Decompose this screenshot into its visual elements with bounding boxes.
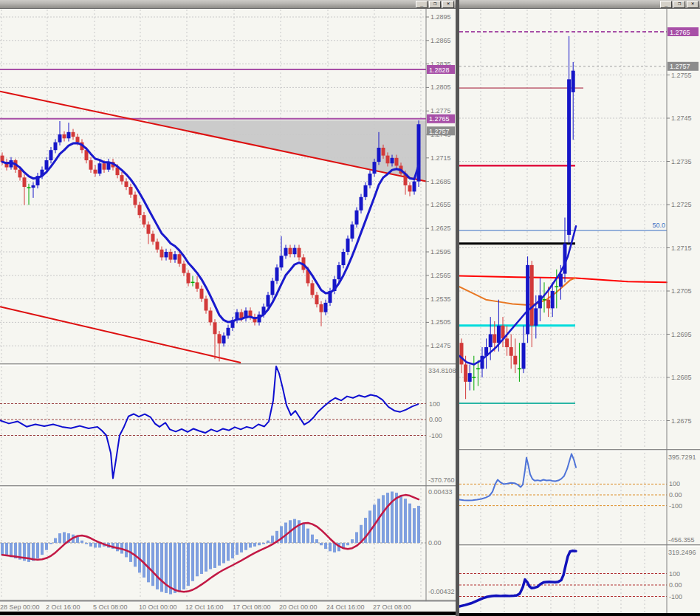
macd-bar (200, 543, 203, 574)
price-tick-label: 1.2535 (430, 295, 451, 303)
macd-bar (395, 493, 398, 543)
macd-bar (284, 523, 287, 543)
candle-body (497, 326, 501, 343)
time-tick-label: 24 Oct 16:00 (326, 603, 365, 611)
macd-bar (147, 543, 150, 582)
candle-body (23, 177, 27, 187)
indicator-level-label: 100 (669, 570, 680, 578)
macd-bar (329, 543, 332, 551)
right-title-bar[interactable]: _ ❐ ✕ (459, 0, 700, 9)
macd-bar (182, 543, 185, 589)
macd-bar (205, 543, 207, 572)
indicator-level-label: 0.00 (669, 491, 682, 499)
price-label-box: 1.2765 (668, 27, 699, 36)
price-label-box: 1.2765 (427, 114, 455, 123)
candle-body (267, 295, 270, 307)
indicator-max-label: 319.2496 (668, 549, 696, 556)
indicator-level-label: 100 (669, 480, 680, 487)
bottom-border-bar (0, 612, 456, 615)
candle-body (311, 283, 315, 295)
macd-bar (178, 543, 181, 592)
price-label-text: 1.2828 (429, 66, 450, 74)
left-chart-canvas[interactable]: 1000.00-100334.8108-370.7600.004330.00-0… (0, 0, 456, 616)
candle-body (526, 265, 529, 335)
candle-body (377, 148, 381, 162)
candle-body (160, 250, 164, 258)
price-tick-label: 1.2655 (430, 201, 451, 208)
candle-body (174, 254, 177, 259)
candle-body (289, 248, 292, 254)
candle-body (534, 308, 538, 325)
price-tick-label: 1.2745 (671, 114, 692, 122)
right-chart-group: 50.01000.00-100395.7291-456.3551000.00-1… (459, 9, 700, 616)
left-title-bar[interactable]: _ ❐ ✕ (0, 0, 456, 9)
macd-bar (222, 543, 225, 563)
macd-bar (143, 543, 145, 578)
candle-body (89, 160, 93, 170)
candle-body (368, 174, 372, 185)
macd-bar (236, 543, 239, 555)
indicator-level-label: -100 (669, 502, 682, 510)
price-tick-label: 1.2755 (671, 72, 692, 79)
candle-body (165, 252, 168, 257)
candle-body (572, 71, 575, 92)
macd-bar (413, 508, 416, 543)
macd-bar (253, 543, 256, 547)
price-tick-label: 1.2775 (430, 107, 451, 114)
time-tick-label: 12 Oct 16:00 (185, 603, 224, 611)
indicator-level-label: 0.00 (669, 581, 682, 589)
candle-body (120, 175, 124, 181)
indicator-min-label: -0.00432 (428, 588, 455, 595)
macd-bar (231, 543, 234, 558)
chart-window-right: _ ❐ ✕ 50.01000.00-100395.7291-456.355100… (459, 0, 700, 616)
macd-bar (382, 495, 385, 543)
time-tick-label: 28 Sep 00:00 (0, 603, 40, 611)
candle-body (391, 158, 394, 163)
macd-bar (258, 543, 261, 545)
price-tick-label: 1.2625 (430, 225, 451, 232)
macd-bar (311, 535, 314, 543)
macd-bar (41, 543, 44, 555)
candle-body (346, 239, 350, 252)
candle-body (200, 289, 204, 299)
candle-body (386, 156, 390, 164)
restore-button[interactable]: ❐ (429, 1, 441, 8)
candle-body (280, 256, 284, 267)
macd-bar (76, 537, 79, 543)
right-chart-canvas[interactable]: 50.01000.00-100395.7291-456.3551000.00-1… (459, 0, 700, 616)
macd-bar (218, 543, 221, 566)
candle-body (522, 343, 526, 369)
candle-body (530, 265, 534, 326)
fibonacci-50-label: 50.0 (652, 222, 665, 229)
minimize-button[interactable]: _ (416, 1, 428, 8)
candle-body (275, 267, 279, 281)
candle-body (32, 185, 35, 188)
macd-bar (408, 504, 411, 543)
restore-button[interactable]: ❐ (673, 1, 685, 8)
candle-body (567, 79, 571, 235)
candle-body (138, 205, 142, 215)
price-tick-label: 1.2725 (671, 201, 692, 208)
candle-body (76, 137, 80, 142)
candle-body (293, 248, 297, 254)
close-button[interactable]: ✕ (687, 1, 699, 8)
minimize-button[interactable]: _ (660, 1, 672, 8)
macd-bar (355, 532, 358, 543)
time-tick-label: 17 Oct 08:00 (233, 603, 271, 611)
macd-bar (80, 541, 83, 543)
indicator-level-label: -100 (429, 432, 442, 439)
candle-body (315, 295, 319, 304)
price-tick-label: 1.2475 (430, 342, 451, 349)
candle-body (342, 252, 346, 265)
indicator-max-label: 334.8108 (428, 367, 456, 374)
candle-body (209, 311, 213, 323)
candle-body (134, 195, 137, 205)
macd-bar (213, 543, 216, 568)
indicator-max-label: 0.00433 (428, 488, 453, 496)
indicator-level-label: 0.00 (429, 416, 442, 423)
macd-bar (156, 543, 159, 589)
candle-body (205, 299, 208, 311)
candle-body (72, 132, 75, 137)
close-button[interactable]: ✕ (442, 1, 454, 8)
macd-bar (227, 543, 230, 561)
